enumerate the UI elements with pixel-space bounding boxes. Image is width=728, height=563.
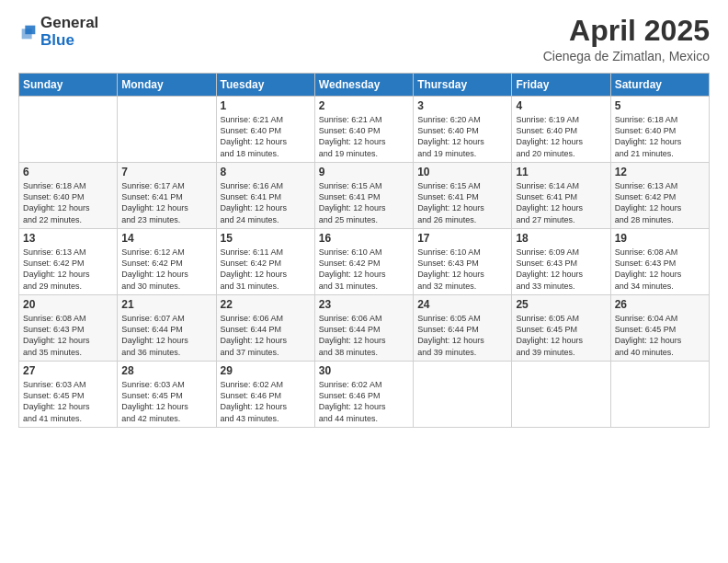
day-number: 29 [221, 364, 311, 377]
calendar-cell: 19Sunrise: 6:08 AMSunset: 6:43 PMDayligh… [610, 229, 709, 295]
day-number: 25 [516, 298, 606, 311]
day-number: 4 [516, 99, 606, 112]
calendar-cell: 25Sunrise: 6:05 AMSunset: 6:45 PMDayligh… [512, 295, 610, 362]
calendar-cell: 12Sunrise: 6:13 AMSunset: 6:42 PMDayligh… [610, 163, 709, 229]
calendar-cell: 1Sunrise: 6:21 AMSunset: 6:40 PMDaylight… [216, 97, 314, 163]
day-info: Sunrise: 6:09 AMSunset: 6:43 PMDaylight:… [516, 247, 606, 292]
day-number: 2 [319, 99, 409, 112]
day-info: Sunrise: 6:13 AMSunset: 6:42 PMDaylight:… [23, 247, 113, 292]
day-number: 10 [417, 166, 507, 178]
day-info: Sunrise: 6:02 AMSunset: 6:46 PMDaylight:… [319, 379, 409, 424]
calendar-cell: 20Sunrise: 6:08 AMSunset: 6:43 PMDayligh… [19, 295, 118, 362]
day-info: Sunrise: 6:11 AMSunset: 6:42 PMDaylight:… [221, 247, 311, 292]
calendar-cell: 7Sunrise: 6:17 AMSunset: 6:41 PMDaylight… [118, 163, 216, 229]
month-title: April 2025 [543, 15, 710, 47]
day-info: Sunrise: 6:16 AMSunset: 6:41 PMDaylight:… [221, 180, 311, 225]
day-info: Sunrise: 6:21 AMSunset: 6:40 PMDaylight:… [319, 114, 409, 159]
day-number: 1 [221, 99, 311, 112]
day-number: 9 [319, 166, 409, 178]
day-number: 11 [516, 166, 606, 178]
header-cell-saturday: Saturday [610, 74, 709, 97]
day-info: Sunrise: 6:21 AMSunset: 6:40 PMDaylight:… [221, 114, 311, 159]
header: General Blue April 2025 Cienega de Zimat… [18, 15, 710, 63]
day-number: 24 [417, 298, 507, 311]
calendar-cell: 23Sunrise: 6:06 AMSunset: 6:44 PMDayligh… [314, 295, 413, 362]
day-info: Sunrise: 6:18 AMSunset: 6:40 PMDaylight:… [615, 114, 705, 159]
calendar-cell: 29Sunrise: 6:02 AMSunset: 6:46 PMDayligh… [216, 362, 314, 428]
calendar-page: General Blue April 2025 Cienega de Zimat… [0, 0, 728, 563]
calendar-cell: 30Sunrise: 6:02 AMSunset: 6:46 PMDayligh… [314, 362, 413, 428]
day-number: 6 [23, 166, 113, 178]
day-info: Sunrise: 6:12 AMSunset: 6:42 PMDaylight:… [121, 247, 211, 292]
day-info: Sunrise: 6:20 AMSunset: 6:40 PMDaylight:… [417, 114, 507, 159]
calendar-table: SundayMondayTuesdayWednesdayThursdayFrid… [18, 73, 710, 428]
calendar-cell: 3Sunrise: 6:20 AMSunset: 6:40 PMDaylight… [414, 97, 512, 163]
location: Cienega de Zimatlan, Mexico [543, 49, 710, 63]
calendar-row-2: 6Sunrise: 6:18 AMSunset: 6:40 PMDaylight… [19, 163, 710, 229]
day-number: 5 [615, 99, 705, 112]
calendar-cell: 14Sunrise: 6:12 AMSunset: 6:42 PMDayligh… [118, 229, 216, 295]
header-cell-wednesday: Wednesday [314, 74, 413, 97]
day-number: 8 [221, 166, 311, 178]
day-info: Sunrise: 6:05 AMSunset: 6:45 PMDaylight:… [516, 313, 606, 358]
header-row: SundayMondayTuesdayWednesdayThursdayFrid… [19, 74, 710, 97]
calendar-cell: 8Sunrise: 6:16 AMSunset: 6:41 PMDaylight… [216, 163, 314, 229]
day-info: Sunrise: 6:18 AMSunset: 6:40 PMDaylight:… [23, 180, 113, 225]
day-info: Sunrise: 6:17 AMSunset: 6:41 PMDaylight:… [121, 180, 211, 225]
calendar-cell [610, 362, 709, 428]
calendar-cell: 18Sunrise: 6:09 AMSunset: 6:43 PMDayligh… [512, 229, 610, 295]
day-info: Sunrise: 6:08 AMSunset: 6:43 PMDaylight:… [615, 247, 705, 292]
day-number: 26 [615, 298, 705, 311]
day-info: Sunrise: 6:10 AMSunset: 6:43 PMDaylight:… [417, 247, 507, 292]
day-number: 30 [319, 364, 409, 377]
day-number: 28 [121, 364, 211, 377]
day-info: Sunrise: 6:03 AMSunset: 6:45 PMDaylight:… [23, 379, 113, 424]
calendar-cell: 10Sunrise: 6:15 AMSunset: 6:41 PMDayligh… [414, 163, 512, 229]
header-cell-friday: Friday [512, 74, 610, 97]
title-block: April 2025 Cienega de Zimatlan, Mexico [543, 15, 710, 63]
day-number: 19 [615, 232, 705, 245]
calendar-cell: 16Sunrise: 6:10 AMSunset: 6:42 PMDayligh… [314, 229, 413, 295]
calendar-cell: 4Sunrise: 6:19 AMSunset: 6:40 PMDaylight… [512, 97, 610, 163]
day-number: 21 [121, 298, 211, 311]
day-number: 3 [417, 99, 507, 112]
logo-general-text: General [40, 15, 98, 32]
calendar-cell: 26Sunrise: 6:04 AMSunset: 6:45 PMDayligh… [610, 295, 709, 362]
day-info: Sunrise: 6:04 AMSunset: 6:45 PMDaylight:… [615, 313, 705, 358]
calendar-cell: 2Sunrise: 6:21 AMSunset: 6:40 PMDaylight… [314, 97, 413, 163]
calendar-cell [512, 362, 610, 428]
day-info: Sunrise: 6:08 AMSunset: 6:43 PMDaylight:… [23, 313, 113, 358]
calendar-cell: 15Sunrise: 6:11 AMSunset: 6:42 PMDayligh… [216, 229, 314, 295]
day-number: 17 [417, 232, 507, 245]
day-info: Sunrise: 6:13 AMSunset: 6:42 PMDaylight:… [615, 180, 705, 225]
day-info: Sunrise: 6:02 AMSunset: 6:46 PMDaylight:… [221, 379, 311, 424]
day-number: 18 [516, 232, 606, 245]
calendar-row-1: 1Sunrise: 6:21 AMSunset: 6:40 PMDaylight… [19, 97, 710, 163]
day-number: 20 [23, 298, 113, 311]
day-number: 7 [121, 166, 211, 178]
logo-text: General Blue [40, 15, 98, 49]
day-number: 22 [221, 298, 311, 311]
day-info: Sunrise: 6:06 AMSunset: 6:44 PMDaylight:… [319, 313, 409, 358]
day-info: Sunrise: 6:07 AMSunset: 6:44 PMDaylight:… [121, 313, 211, 358]
header-cell-monday: Monday [118, 74, 216, 97]
logo-blue-text: Blue [40, 32, 98, 50]
day-number: 27 [23, 364, 113, 377]
day-number: 23 [319, 298, 409, 311]
day-info: Sunrise: 6:10 AMSunset: 6:42 PMDaylight:… [319, 247, 409, 292]
day-number: 16 [319, 232, 409, 245]
header-cell-sunday: Sunday [19, 74, 118, 97]
calendar-cell [19, 97, 118, 163]
calendar-cell [414, 362, 512, 428]
header-cell-tuesday: Tuesday [216, 74, 314, 97]
day-info: Sunrise: 6:14 AMSunset: 6:41 PMDaylight:… [516, 180, 606, 225]
calendar-cell: 24Sunrise: 6:05 AMSunset: 6:44 PMDayligh… [414, 295, 512, 362]
svg-marker-1 [22, 29, 32, 39]
calendar-cell: 22Sunrise: 6:06 AMSunset: 6:44 PMDayligh… [216, 295, 314, 362]
calendar-row-3: 13Sunrise: 6:13 AMSunset: 6:42 PMDayligh… [19, 229, 710, 295]
day-info: Sunrise: 6:06 AMSunset: 6:44 PMDaylight:… [221, 313, 311, 358]
day-number: 14 [121, 232, 211, 245]
calendar-cell: 5Sunrise: 6:18 AMSunset: 6:40 PMDaylight… [610, 97, 709, 163]
day-info: Sunrise: 6:15 AMSunset: 6:41 PMDaylight:… [319, 180, 409, 225]
calendar-cell [118, 97, 216, 163]
